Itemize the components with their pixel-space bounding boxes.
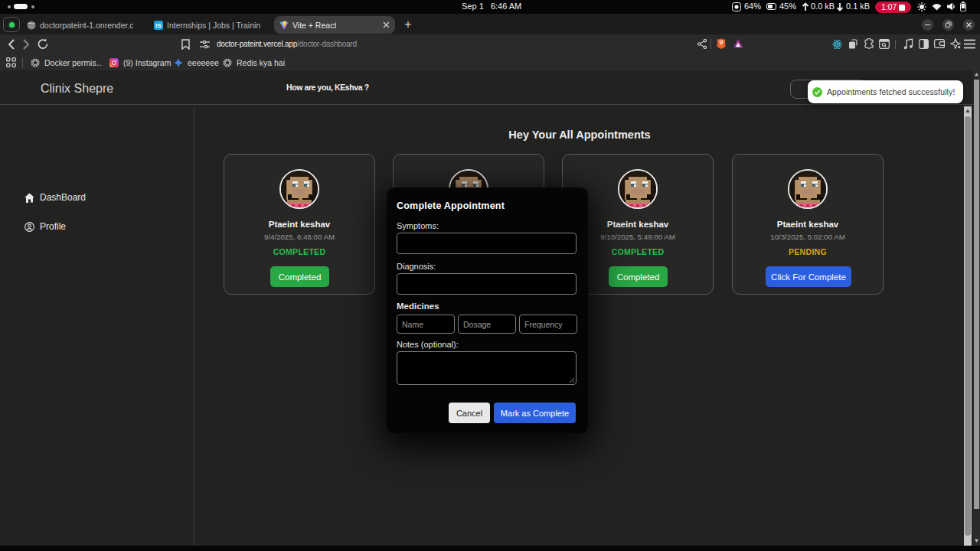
svg-text:IS: IS (155, 22, 162, 29)
